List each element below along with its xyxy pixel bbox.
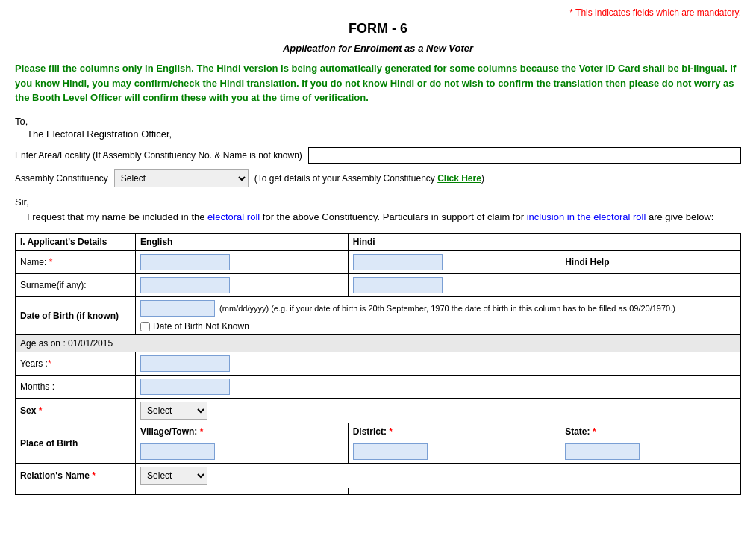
assembly-row: Assembly Constituency Select (To get det… <box>15 169 741 187</box>
surname-english-cell <box>136 274 349 297</box>
surname-hindi-cell <box>348 274 740 297</box>
table-row: Place of Birth Village/Town: * District:… <box>16 423 741 440</box>
district-header: District: * <box>348 423 560 440</box>
click-here-link[interactable]: Click Here <box>437 173 481 184</box>
relations-name-label: Relation's Name * <box>16 464 136 488</box>
surname-label: Surname(if any): <box>16 274 136 297</box>
hindi-help-cell: Hindi Help <box>560 251 741 274</box>
relations-name-select[interactable]: Select Father Mother Husband Guardian <box>140 467 207 485</box>
to-section: To, The Electoral Registration Officer, <box>15 116 741 140</box>
state-input[interactable] <box>565 443 640 460</box>
state-cell <box>560 440 741 464</box>
continuation-english <box>136 488 349 495</box>
dob-cell: (mm/dd/yyyy) (e.g. if your date of birth… <box>136 297 741 335</box>
table-row: Months : <box>16 376 741 399</box>
district-input[interactable] <box>353 443 428 460</box>
name-english-cell <box>136 251 349 274</box>
place-of-birth-label: Place of Birth <box>16 423 136 464</box>
sex-cell: Select Male Female Other <box>136 399 741 423</box>
village-town-input[interactable] <box>140 443 215 460</box>
months-label: Months : <box>16 376 136 399</box>
years-input[interactable] <box>140 355 230 372</box>
dob-label: Date of Birth (if known) <box>16 297 136 335</box>
applicant-details-table: I. Applicant's Details English Hindi Nam… <box>15 233 741 495</box>
table-row <box>16 488 741 495</box>
continuation-extra <box>560 488 741 495</box>
name-english-input[interactable] <box>140 254 230 270</box>
col-english-header: English <box>136 234 349 251</box>
area-label: Enter Area/Locality (If Assembly Constit… <box>15 150 302 161</box>
name-hindi-input[interactable] <box>353 254 443 270</box>
sex-label: Sex * <box>16 399 136 423</box>
hindi-help-label: Hindi Help <box>565 257 609 267</box>
table-row: Relation's Name * Select Father Mother H… <box>16 464 741 488</box>
sex-select[interactable]: Select Male Female Other <box>140 402 207 420</box>
dob-input[interactable] <box>140 300 215 317</box>
dob-note: (mm/dd/yyyy) (e.g. if your date of birth… <box>219 304 675 313</box>
continuation-label <box>16 488 136 495</box>
months-cell <box>136 376 741 399</box>
surname-hindi-input[interactable] <box>353 277 443 293</box>
assembly-select[interactable]: Select <box>114 169 249 187</box>
name-label: Name: * <box>16 251 136 274</box>
assembly-label: Assembly Constituency <box>15 173 108 184</box>
to-officer: The Electoral Registration Officer, <box>27 128 741 140</box>
table-row: Age as on : 01/01/2015 <box>16 335 741 352</box>
years-label: Years :* <box>16 352 136 376</box>
dob-unknown-label: Date of Birth Not Known <box>153 321 249 331</box>
table-row: Surname(if any): <box>16 274 741 297</box>
form-subtitle: Application for Enrolment as a New Voter <box>15 43 741 54</box>
years-cell <box>136 352 741 376</box>
relations-name-cell: Select Father Mother Husband Guardian <box>136 464 741 488</box>
surname-english-input[interactable] <box>140 277 230 293</box>
form-title: FORM - 6 <box>15 21 741 37</box>
sir-line1: Sir, <box>15 195 741 211</box>
age-as-on-label: Age as on : 01/01/2015 <box>16 335 741 352</box>
table-row: Name: * Hindi Help <box>16 251 741 274</box>
section1-label: I. Applicant's Details <box>16 234 136 251</box>
months-input[interactable] <box>140 379 230 395</box>
district-cell <box>348 440 560 464</box>
state-header: State: * <box>560 423 741 440</box>
section1-header-row: I. Applicant's Details English Hindi <box>16 234 741 251</box>
instruction-text: Please fill the columns only in English.… <box>15 61 741 105</box>
area-input[interactable] <box>308 147 741 164</box>
col-hindi-header: Hindi <box>348 234 740 251</box>
mandatory-note: * This indicates fields which are mandat… <box>15 7 741 18</box>
village-town-header: Village/Town: * <box>136 423 349 440</box>
continuation-hindi <box>348 488 560 495</box>
table-row: Years :* <box>16 352 741 376</box>
village-town-cell <box>136 440 349 464</box>
sir-line2: I request that my name be included in th… <box>27 210 741 225</box>
area-row: Enter Area/Locality (If Assembly Constit… <box>15 147 741 164</box>
sir-section: Sir, I request that my name be included … <box>15 195 741 226</box>
assembly-note: (To get details of your Assembly Constit… <box>254 173 484 184</box>
table-row: Sex * Select Male Female Other <box>16 399 741 423</box>
dob-unknown-checkbox[interactable] <box>140 322 150 331</box>
to-label: To, <box>15 116 741 127</box>
table-row: Date of Birth (if known) (mm/dd/yyyy) (e… <box>16 297 741 335</box>
name-hindi-cell <box>348 251 560 274</box>
